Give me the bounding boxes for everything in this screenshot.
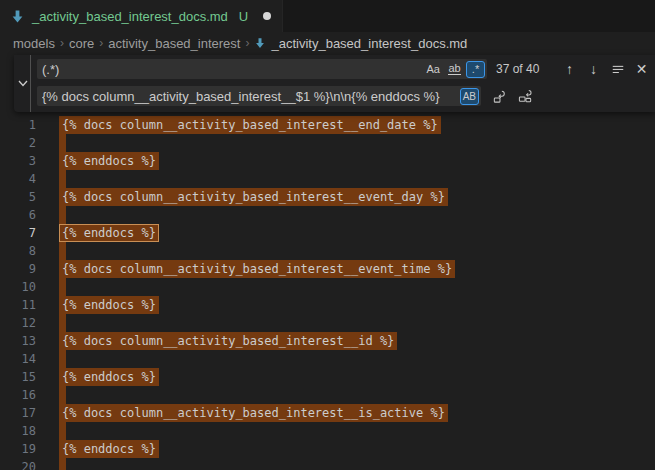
code-line[interactable]: 9{% docs column__activity_based_interest… xyxy=(0,260,655,278)
code-line[interactable]: 15{% enddocs %} xyxy=(0,368,655,386)
replace-all-icon[interactable] xyxy=(515,86,536,106)
find-match-empty xyxy=(59,206,66,224)
line-number: 3 xyxy=(0,152,36,170)
replace-icon[interactable] xyxy=(489,86,510,106)
tab-activity-based-interest-docs[interactable]: _activity_based_interest_docs.md U xyxy=(0,0,283,32)
code-line[interactable]: 2 xyxy=(0,134,655,152)
vscode-editor-window: _activity_based_interest_docs.md U model… xyxy=(0,0,655,470)
toggle-replace-chevron-icon[interactable] xyxy=(16,76,29,92)
preserve-case-icon[interactable]: AB xyxy=(460,88,479,105)
code-line[interactable]: 18 xyxy=(0,422,655,440)
find-match: {% enddocs %} xyxy=(59,368,159,386)
code-line[interactable]: 16 xyxy=(0,386,655,404)
code-line[interactable]: 4 xyxy=(0,170,655,188)
find-match: {% enddocs %} xyxy=(59,152,159,170)
line-number: 1 xyxy=(0,116,36,134)
breadcrumb-item-models[interactable]: models xyxy=(13,36,55,51)
find-match-empty xyxy=(59,458,66,470)
chevron-right-icon: › xyxy=(60,36,64,50)
find-match-empty xyxy=(59,170,66,188)
line-number: 13 xyxy=(0,332,36,350)
markdown-file-icon xyxy=(254,37,266,49)
code-line[interactable]: 3{% enddocs %} xyxy=(0,152,655,170)
find-match: {% enddocs %} xyxy=(59,296,159,314)
line-number: 17 xyxy=(0,404,36,422)
replace-row: AB xyxy=(37,86,655,106)
line-number: 10 xyxy=(0,278,36,296)
line-number: 11 xyxy=(0,296,36,314)
code-line[interactable]: 13{% docs column__activity_based_interes… xyxy=(0,332,655,350)
line-content xyxy=(62,458,66,470)
find-match: {% docs column__activity_based_interest_… xyxy=(59,404,448,422)
line-content: {% docs column__activity_based_interest_… xyxy=(62,116,441,134)
line-number: 5 xyxy=(0,188,36,206)
chevron-right-icon: › xyxy=(245,36,249,50)
line-number: 19 xyxy=(0,440,36,458)
breadcrumb-item-file[interactable]: _activity_based_interest_docs.md xyxy=(254,36,467,51)
find-match-empty xyxy=(59,350,66,368)
breadcrumb-file-label: _activity_based_interest_docs.md xyxy=(271,36,467,51)
chevron-right-icon: › xyxy=(99,36,103,50)
find-match: {% enddocs %} xyxy=(59,440,159,458)
regex-icon[interactable]: .* xyxy=(466,61,485,78)
line-number: 14 xyxy=(0,350,36,368)
line-number: 7 xyxy=(0,224,36,242)
code-line[interactable]: 17{% docs column__activity_based_interes… xyxy=(0,404,655,422)
find-match-empty xyxy=(59,386,66,404)
code-line[interactable]: 6 xyxy=(0,206,655,224)
code-line[interactable]: 10 xyxy=(0,278,655,296)
code-editor[interactable]: 1{% docs column__activity_based_interest… xyxy=(0,54,655,470)
line-number: 2 xyxy=(0,134,36,152)
code-line[interactable]: 20 xyxy=(0,458,655,470)
find-input[interactable] xyxy=(42,60,422,78)
find-match-empty xyxy=(59,422,66,440)
breadcrumb-item-core[interactable]: core xyxy=(69,36,94,51)
find-match-empty xyxy=(59,314,66,332)
code-line[interactable]: 5{% docs column__activity_based_interest… xyxy=(0,188,655,206)
breadcrumb: models › core › activity_based_interest … xyxy=(0,32,655,54)
previous-match-icon[interactable]: ↑ xyxy=(559,59,580,79)
line-number: 4 xyxy=(0,170,36,188)
find-match-current: {% enddocs %} xyxy=(59,224,159,242)
modified-dot-icon[interactable] xyxy=(263,12,271,20)
line-content: {% enddocs %} xyxy=(62,224,159,242)
git-status-badge: U xyxy=(239,9,248,24)
line-content: {% enddocs %} xyxy=(62,296,159,314)
code-line[interactable]: 12 xyxy=(0,314,655,332)
widget-resize-sash[interactable] xyxy=(30,55,31,112)
find-in-selection-icon[interactable] xyxy=(607,59,628,79)
line-number: 9 xyxy=(0,260,36,278)
line-content: {% docs column__activity_based_interest_… xyxy=(62,260,455,278)
find-row: Aa ab .* 37 of 40 ↑ ↓ ✕ xyxy=(37,59,655,79)
find-match-empty xyxy=(59,278,66,296)
find-input-box: Aa ab .* xyxy=(37,59,487,79)
line-content: {% enddocs %} xyxy=(62,440,159,458)
match-case-icon[interactable]: Aa xyxy=(424,61,443,78)
line-content: {% docs column__activity_based_interest_… xyxy=(62,188,448,206)
next-match-icon[interactable]: ↓ xyxy=(583,59,604,79)
find-match: {% docs column__activity_based_interest_… xyxy=(59,332,397,350)
code-line[interactable]: 11{% enddocs %} xyxy=(0,296,655,314)
find-match-empty xyxy=(59,242,66,260)
line-number: 20 xyxy=(0,458,36,470)
code-line[interactable]: 14 xyxy=(0,350,655,368)
line-number: 18 xyxy=(0,422,36,440)
line-number: 6 xyxy=(0,206,36,224)
find-replace-widget: Aa ab .* 37 of 40 ↑ ↓ ✕ xyxy=(14,55,655,112)
line-number: 15 xyxy=(0,368,36,386)
tab-filename: _activity_based_interest_docs.md xyxy=(32,9,228,24)
whole-word-icon[interactable]: ab xyxy=(445,61,464,78)
code-line[interactable]: 8 xyxy=(0,242,655,260)
line-number: 16 xyxy=(0,386,36,404)
code-line[interactable]: 1{% docs column__activity_based_interest… xyxy=(0,116,655,134)
breadcrumb-item-activity-based-interest[interactable]: activity_based_interest xyxy=(108,36,240,51)
code-line[interactable]: 19{% enddocs %} xyxy=(0,440,655,458)
close-icon[interactable]: ✕ xyxy=(631,59,652,79)
code-line[interactable]: 7{% enddocs %} xyxy=(0,224,655,242)
line-number: 8 xyxy=(0,242,36,260)
find-match: {% docs column__activity_based_interest_… xyxy=(59,116,441,134)
line-content: {% docs column__activity_based_interest_… xyxy=(62,404,448,422)
line-content: {% enddocs %} xyxy=(62,368,159,386)
replace-input[interactable] xyxy=(42,87,458,105)
match-count: 37 of 40 xyxy=(496,62,539,76)
